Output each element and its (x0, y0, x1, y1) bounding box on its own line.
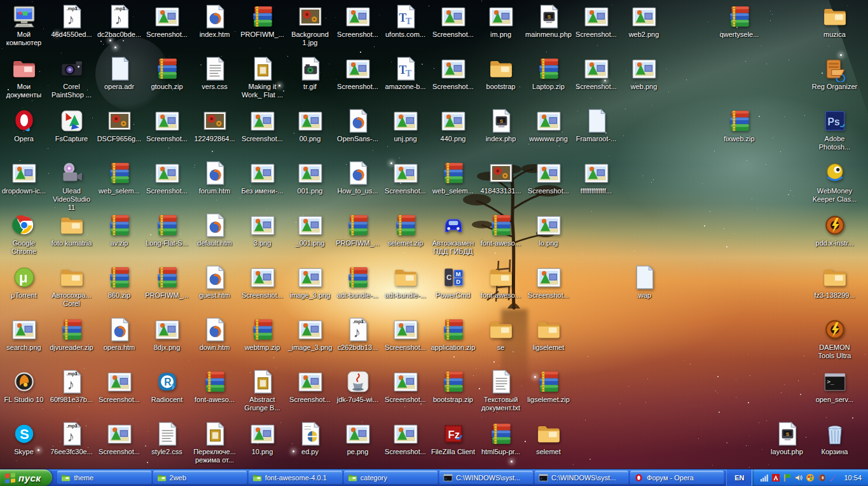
desktop-icon[interactable]: How_to_us... (334, 160, 381, 195)
desktop-icon[interactable]: bootstrap (478, 55, 524, 91)
signal-bars-tray-icon[interactable] (760, 473, 769, 482)
desktop-icon[interactable]: Screenshot... (334, 3, 381, 39)
desktop-icon[interactable]: Screenshot... (239, 108, 286, 143)
desktop-icon[interactable]: style2.css (144, 420, 190, 456)
desktop-icon[interactable]: ffffffffffffff... (573, 160, 619, 195)
desktop-icon[interactable]: web_selem... (430, 160, 476, 195)
desktop-icon[interactable]: Screenshot... (96, 420, 142, 456)
desktop-icon[interactable]: .mp3♪76ee3fc30e... (48, 420, 95, 456)
desktop-icon[interactable]: Laptop.zip (525, 55, 572, 91)
desktop-icon[interactable]: lo.png (525, 212, 572, 247)
desktop-icon[interactable]: Screenshot... (96, 368, 142, 404)
purple-quill-tray-icon[interactable] (829, 473, 837, 482)
desktop-icon[interactable]: web_selem... (96, 160, 142, 195)
desktop-icon[interactable]: wwwww.png (525, 108, 572, 143)
desktop-icon[interactable]: 860.zip (96, 264, 142, 300)
desktop-icon[interactable]: Автоэкзамен ПДД ГИБДД (430, 212, 476, 256)
desktop-icon[interactable]: font-aweso... (478, 264, 524, 300)
desktop-icon[interactable]: 10.png (239, 420, 286, 456)
taskbar-task[interactable]: category (344, 471, 437, 485)
desktop-icon[interactable]: .mp3♪46d4550ed... (48, 3, 95, 39)
taskbar-task[interactable]: >_C:\WINDOWS\syst... (439, 471, 533, 485)
desktop-icon[interactable]: web2.png (621, 3, 667, 39)
desktop-icon[interactable]: PROFIWM_... (334, 212, 381, 247)
desktop-icon[interactable]: adt-bundle-... (334, 264, 381, 300)
desktop-icon[interactable]: Long-Flat-S... (144, 212, 190, 247)
desktop-icon[interactable]: FzFileZilla Client (430, 420, 476, 456)
desktop-icon[interactable]: down.htm (191, 316, 238, 352)
desktop-icon[interactable]: 8djx.png (144, 316, 190, 352)
desktop-icon[interactable]: 001.png (287, 160, 333, 195)
desktop-icon[interactable]: im.png (478, 3, 524, 39)
desktop-icon[interactable]: CMDPowerCmd (430, 264, 476, 300)
desktop-icon[interactable]: TTufonts.com... (382, 3, 429, 39)
desktop-icon[interactable]: Screenshot... (382, 420, 429, 456)
desktop-icon[interactable]: Screenshot... (144, 3, 190, 39)
desktop-icon[interactable]: Abstract Grunge B... (239, 368, 286, 412)
desktop-icon[interactable]: OpenSans-... (334, 108, 381, 143)
desktop-icon[interactable]: ed.py (287, 420, 333, 456)
desktop-icon[interactable]: html5up-pr... (478, 420, 524, 456)
desktop-icon[interactable]: Screenshot... (430, 3, 476, 39)
desktop-icon[interactable]: opera.adr (96, 55, 142, 91)
desktop-icon[interactable]: Текстовый документ.txt (478, 368, 524, 412)
desktop-icon[interactable]: 418433131... (478, 160, 524, 195)
desktop-icon[interactable]: .mp3♪c262bdb13... (334, 316, 381, 352)
desktop-icon[interactable]: default.htm (191, 212, 238, 247)
desktop-icon[interactable]: bootstrap.zip (430, 368, 476, 404)
desktop-icon[interactable]: Screenshot... (144, 108, 190, 143)
taskbar-task[interactable]: theme (57, 471, 151, 485)
desktop-icon[interactable]: WebMoney Keeper Clas... (811, 160, 858, 204)
green-flag-tray-icon[interactable] (783, 473, 792, 482)
desktop-icon[interactable]: index.htm (191, 3, 238, 39)
desktop-icon[interactable]: >_open_serv... (811, 368, 858, 404)
desktop-icon[interactable]: 440.png (430, 108, 476, 143)
desktop-icon[interactable]: FsCapture (48, 108, 95, 143)
color-ball-tray-icon[interactable] (806, 473, 815, 482)
desktop-icon[interactable]: font-aweso... (191, 368, 238, 404)
desktop-icon[interactable]: pe.png (334, 420, 381, 456)
desktop-icon[interactable]: Screenshot... (144, 160, 190, 195)
desktop-icon[interactable]: Screenshot... (525, 264, 572, 300)
desktop-icon[interactable]: Screenshot... (382, 368, 429, 404)
desktop-icon[interactable]: Без имени-... (239, 160, 286, 195)
desktop-icon[interactable]: Sindex.php (478, 108, 524, 143)
desktop-icon[interactable]: unj.png (382, 108, 429, 143)
adobe-red-tray-icon[interactable] (771, 473, 780, 482)
desktop-icon[interactable]: Screenshot... (382, 160, 429, 195)
desktop-icon[interactable]: Framaroot-... (573, 108, 619, 143)
desktop-icon[interactable]: RRadiocent (144, 368, 190, 404)
desktop-icon[interactable]: fixweb.zip (716, 108, 762, 143)
desktop-icon[interactable]: _image_3.png (287, 316, 333, 352)
desktop-icon[interactable]: selemet (525, 420, 572, 456)
desktop-icon[interactable]: Screenshot... (573, 55, 619, 91)
desktop-icon[interactable]: font-aweso... (478, 212, 524, 247)
desktop-icon[interactable]: vers.css (191, 55, 238, 91)
desktop-icon[interactable]: Corel PaintShop ... (48, 55, 95, 99)
desktop-icon[interactable]: Smainmenu.php (525, 3, 572, 39)
desktop-icon[interactable]: .mp3♪60f981e37b... (48, 368, 95, 404)
desktop-icon[interactable]: foto kumatria (48, 212, 95, 247)
desktop-icon[interactable]: Screenshot... (430, 55, 476, 91)
desktop-icon[interactable]: pdd.x-instr... (811, 212, 858, 247)
taskbar-task[interactable]: 2web (153, 471, 247, 485)
desktop-icon[interactable]: application.zip (430, 316, 476, 352)
desktop-icon[interactable]: se (478, 316, 524, 352)
desktop-icon[interactable]: Background 1.jpg (287, 3, 333, 47)
desktop-icon[interactable]: Автосохра... Corel (48, 264, 95, 308)
desktop-icon[interactable]: .wap (621, 264, 667, 300)
desktop-icon[interactable]: μμTorrent (1, 264, 47, 300)
desktop-icon[interactable]: jdk-7u45-wi... (334, 368, 381, 404)
desktop-icon[interactable]: ligselemet (525, 316, 572, 352)
desktop-icon[interactable]: Screenshot... (334, 55, 381, 91)
desktop-icon[interactable]: dropdown-ic... (1, 160, 47, 195)
desktop-icon[interactable]: Screenshot... (382, 316, 429, 352)
desktop-icon[interactable]: selemet.zip (382, 212, 429, 247)
volume-tray-icon[interactable] (794, 473, 803, 482)
desktop-icon[interactable]: webtmp.zip (239, 316, 286, 352)
desktop-icon[interactable]: web.png (621, 55, 667, 91)
desktop-icon[interactable]: Переключе... режима от... (191, 420, 238, 464)
desktop-icon[interactable]: DAEMON Tools Ultra (811, 316, 858, 360)
desktop-icon[interactable]: TTamazone-b... (382, 55, 429, 91)
start-button[interactable]: пуск (0, 469, 52, 486)
